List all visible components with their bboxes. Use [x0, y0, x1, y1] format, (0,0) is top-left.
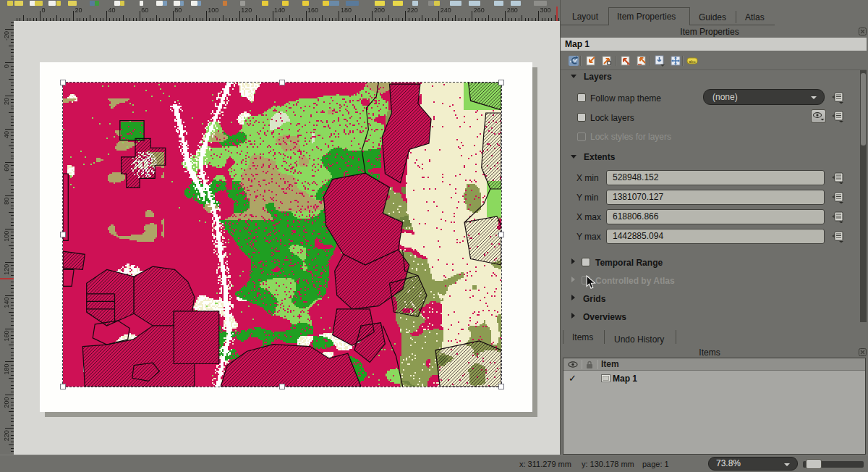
map-item[interactable] [63, 83, 501, 387]
move-content-icon[interactable] [670, 55, 681, 67]
panel-scrollbar[interactable] [860, 70, 867, 322]
follow-map-theme-checkbox[interactable] [577, 93, 586, 102]
tabbar-baseline [561, 25, 608, 25]
layout-page[interactable] [40, 62, 532, 412]
temporal-range-label[interactable]: Temporal Range [595, 258, 663, 268]
data-defined-override-button[interactable] [831, 211, 844, 223]
selection-handle[interactable] [498, 80, 504, 85]
ymin-label: Y min [576, 193, 598, 203]
overviews-collapse-arrow[interactable] [571, 313, 575, 319]
toolbar-icon-clipped [7, 1, 13, 6]
map-item-icon [601, 374, 610, 382]
controlled-by-atlas-label: Controlled by Atlas [595, 276, 675, 286]
status-x: x: 311.279 mm [519, 460, 571, 468]
scrollbar-handle[interactable] [861, 73, 866, 146]
toolbar-icon-clipped [114, 1, 120, 6]
toolbar-icon-clipped [223, 1, 227, 6]
toolbar-icon-clipped [156, 1, 163, 6]
toolbar-icon-clipped [191, 1, 197, 6]
tab-atlas[interactable]: Atlas [745, 12, 765, 22]
toolbar-icon-clipped [393, 1, 403, 6]
data-defined-override-button[interactable] [831, 111, 844, 122]
grids-label[interactable]: Grids [583, 294, 605, 304]
toolbar-icon-clipped [14, 1, 23, 6]
zoom-extent-icon[interactable] [601, 55, 613, 67]
ymax-field[interactable]: 1442885.094 [606, 229, 825, 244]
toolbar-separator [615, 56, 616, 66]
toolbar-icon-clipped [534, 1, 547, 6]
labeling-settings-icon[interactable]: abc [686, 55, 698, 67]
toolbar-icon-clipped [140, 1, 143, 6]
toolbar-icon-clipped [48, 1, 56, 6]
zoom-slider-handle[interactable] [806, 459, 822, 469]
item-visible-checkmark[interactable]: ✓ [569, 373, 576, 384]
column-separator [597, 360, 598, 369]
toolbar-icon-clipped [163, 1, 167, 6]
selection-handle[interactable] [279, 80, 285, 85]
horizontal-ruler [0, 6, 559, 21]
data-defined-override-button[interactable] [831, 231, 844, 243]
tab-item-properties[interactable]: Item Properties [608, 7, 690, 25]
tab-undo-history[interactable]: Undo History [614, 334, 664, 345]
toolbar-icon-clipped [329, 1, 339, 6]
data-defined-override-button[interactable] [831, 92, 844, 104]
map-theme-combo[interactable]: (none) [703, 89, 825, 105]
toolbar-icon-clipped [68, 1, 77, 6]
toolbar-separator [580, 56, 581, 66]
layout-canvas[interactable] [14, 21, 560, 455]
update-map-preview-icon[interactable] [568, 55, 579, 67]
temporal-range-collapse-arrow[interactable] [571, 258, 575, 264]
edit-extent-icon[interactable] [654, 55, 665, 67]
grids-collapse-arrow[interactable] [571, 295, 575, 300]
status-page: page: 1 [642, 460, 669, 468]
tab-separator [736, 11, 736, 23]
toolbar-icon-clipped [240, 1, 245, 6]
tab-separator [676, 330, 676, 344]
tabbar-baseline [690, 25, 775, 25]
layers-group-header[interactable]: Layers [584, 72, 612, 82]
selection-handle[interactable] [279, 384, 285, 389]
lock-styles-label: Lock styles for layers [590, 132, 671, 142]
close-panel-icon[interactable] [859, 28, 867, 35]
lock-layers-checkbox[interactable] [577, 113, 586, 122]
selection-handle[interactable] [60, 232, 66, 237]
layers-collapse-arrow[interactable] [571, 75, 576, 78]
set-canvas-extent-icon[interactable] [620, 55, 631, 67]
tab-separator [563, 330, 563, 344]
selection-handle[interactable] [498, 384, 504, 389]
toolbar-icon-clipped [511, 1, 521, 6]
data-defined-override-button[interactable] [831, 192, 844, 203]
view-extent-icon[interactable] [636, 55, 647, 67]
extents-group-header[interactable]: Extents [584, 152, 615, 162]
close-items-panel-icon[interactable] [859, 348, 867, 356]
ymin-field[interactable]: 1381070.127 [606, 190, 825, 205]
xmin-label: X min [576, 173, 599, 183]
item-column-header[interactable]: Item [601, 359, 619, 369]
temporal-range-checkbox[interactable] [582, 258, 590, 266]
selected-item-header: Map 1 [561, 38, 867, 51]
set-extent-icon[interactable] [585, 55, 597, 67]
xmax-label: X max [576, 212, 601, 222]
selection-handle[interactable] [498, 232, 504, 237]
status-bar: x: 311.279 mm y: 130.178 mm page: 1 73.8… [0, 455, 868, 472]
tab-items[interactable]: Items [572, 332, 593, 342]
map-item-toolbar: abc [561, 54, 867, 68]
toolbar-icon-clipped [90, 1, 95, 6]
extents-collapse-arrow[interactable] [571, 155, 576, 159]
toolbar-icon-clipped [120, 1, 124, 6]
lock-layers-label: Lock layers [590, 113, 634, 123]
xmin-field[interactable]: 528948.152 [606, 170, 825, 185]
overviews-label[interactable]: Overviews [583, 312, 626, 322]
zoom-slider[interactable] [803, 461, 864, 468]
selection-handle[interactable] [60, 80, 66, 85]
map-preview[interactable] [63, 83, 501, 387]
tab-layout[interactable]: Layout [572, 12, 598, 22]
xmax-field[interactable]: 618806.866 [606, 209, 825, 224]
items-table-row[interactable]: ✓ Map 1 [563, 371, 865, 386]
tab-guides[interactable]: Guides [699, 12, 726, 22]
selection-handle[interactable] [60, 384, 66, 389]
lock-layers-eye-button[interactable] [811, 109, 826, 123]
panel-title: Item Properties [561, 27, 859, 37]
zoom-level-combo[interactable]: 73.8% [708, 457, 798, 471]
data-defined-override-button[interactable] [831, 172, 844, 184]
